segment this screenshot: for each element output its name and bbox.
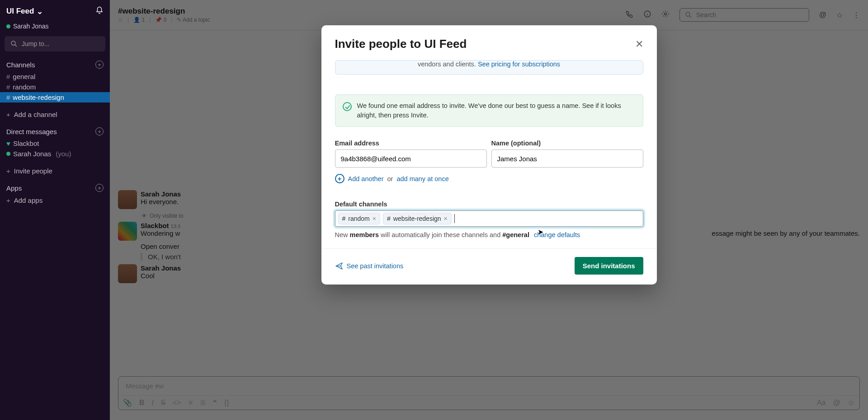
plus-icon: +: [6, 111, 10, 118]
dm-list: ♥Slackbot Sarah Jonas (you): [0, 138, 110, 159]
heart-icon: ♥: [6, 140, 10, 147]
success-banner: We found one email address to invite. We…: [335, 94, 643, 127]
channel-token: #website-redesign×: [383, 213, 452, 224]
send-icon: [335, 262, 343, 270]
check-icon: [343, 102, 352, 111]
invite-modal: Invite people to UI Feed ✕ vendors and c…: [321, 25, 657, 285]
hash-icon: #: [6, 83, 10, 91]
add-apps-link[interactable]: +Add apps: [0, 195, 110, 206]
invite-people-link[interactable]: +Invite people: [0, 165, 110, 177]
pricing-banner: vendors and clients. See pricing for sub…: [335, 60, 643, 75]
email-input[interactable]: [335, 149, 487, 168]
modal-overlay[interactable]: Invite people to UI Feed ✕ vendors and c…: [110, 0, 868, 420]
hash-icon: #: [342, 215, 346, 222]
channel-token: #random×: [338, 213, 380, 224]
hash-icon: #: [6, 93, 10, 101]
plus-icon: +: [6, 167, 10, 175]
jump-to[interactable]: Jump to...: [5, 36, 105, 51]
name-input[interactable]: [491, 149, 643, 168]
dm-header[interactable]: Direct messages +: [0, 125, 110, 138]
channel-item[interactable]: #general: [0, 71, 110, 82]
default-channels-label: Default channels: [335, 201, 643, 208]
current-user: Sarah Jonas: [0, 23, 110, 34]
remove-token-icon[interactable]: ×: [444, 215, 448, 222]
channels-header[interactable]: Channels +: [0, 58, 110, 71]
channel-item[interactable]: #random: [0, 82, 110, 92]
text-caret: [454, 214, 455, 223]
chevron-down-icon: ⌄: [37, 7, 43, 16]
add-another-link[interactable]: Add another: [348, 175, 384, 182]
plus-icon[interactable]: +: [335, 174, 344, 183]
channel-list: #general #random #website-redesign: [0, 71, 110, 103]
send-invitations-button[interactable]: Send invitations: [575, 257, 643, 275]
name-label: Name (optional): [491, 140, 643, 147]
close-button[interactable]: ✕: [635, 38, 643, 50]
add-many-link[interactable]: add many at once: [396, 175, 448, 182]
pricing-link[interactable]: See pricing for subscriptions: [478, 61, 560, 68]
add-channel-icon[interactable]: +: [95, 61, 104, 69]
team-name: UI Feed: [6, 7, 34, 16]
email-label: Email address: [335, 140, 487, 147]
presence-dot-icon: [6, 24, 10, 28]
dm-item[interactable]: ♥Slackbot: [0, 138, 110, 149]
modal-title: Invite people to UI Feed: [335, 37, 467, 51]
add-app-icon[interactable]: +: [95, 184, 104, 192]
bell-icon[interactable]: [95, 6, 104, 16]
team-header[interactable]: UI Feed ⌄: [0, 0, 110, 23]
remove-token-icon[interactable]: ×: [373, 215, 376, 222]
svg-point-0: [11, 41, 15, 45]
plus-icon: +: [6, 196, 10, 204]
new-dm-icon[interactable]: +: [95, 127, 104, 135]
default-channels-hint: New members will automatically join thes…: [335, 231, 643, 238]
search-icon: [10, 40, 18, 48]
add-channel-link[interactable]: +Add a channel: [0, 109, 110, 120]
change-defaults-link[interactable]: change defaults: [534, 231, 580, 238]
sidebar: UI Feed ⌄ Sarah Jonas Jump to... Channel…: [0, 0, 110, 420]
presence-dot-icon: [6, 152, 10, 156]
hash-icon: #: [387, 215, 391, 222]
hash-icon: #: [6, 73, 10, 80]
main: #website-redesign ☆| 👤 1| 📌 0| ✎ Add a t…: [110, 0, 868, 420]
dm-item[interactable]: Sarah Jonas (you): [0, 149, 110, 159]
default-channels-input[interactable]: #random× #website-redesign×: [335, 210, 643, 227]
channel-item[interactable]: #website-redesign: [0, 92, 110, 103]
apps-header[interactable]: Apps +: [0, 181, 110, 195]
past-invitations-link[interactable]: See past invitations: [335, 262, 404, 270]
